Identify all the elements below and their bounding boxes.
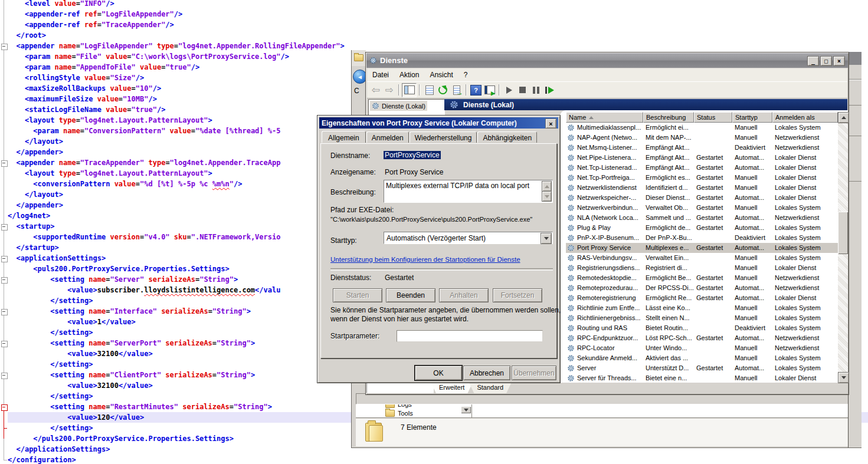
- vertical-scrollbar[interactable]: [838, 112, 848, 382]
- service-row[interactable]: Remotedesktopdie...Ermöglicht Be...Gesta…: [566, 273, 838, 283]
- service-row[interactable]: RPC-Endpunktzuor...Löst RPC-Sch...Gestar…: [566, 333, 838, 343]
- combo-drop-button[interactable]: [541, 233, 552, 244]
- dialog-tab-anmelden[interactable]: Anmelden: [366, 131, 409, 144]
- desc-scroll-down-button[interactable]: [542, 191, 552, 202]
- menu-item-[interactable]: ?: [458, 70, 473, 80]
- tree-folder-item[interactable]: Tools: [385, 410, 413, 417]
- help-button[interactable]: ?: [469, 84, 483, 97]
- service-row[interactable]: Remoteprozedurau...Der RPCSS-Di...Gestar…: [566, 283, 838, 293]
- service-row[interactable]: Net.Tcp-Portfreiga...Ermöglicht es...Ges…: [566, 173, 838, 183]
- dialog-tab-allgemein[interactable]: Allgemein: [322, 131, 366, 144]
- startup-type-combobox[interactable]: Automatisch (Verzögerter Start): [384, 232, 553, 244]
- column-header-name[interactable]: Name: [566, 112, 643, 123]
- service-row[interactable]: Plug & PlayErmöglicht de...GestartetAuto…: [566, 223, 838, 233]
- tree-folder-item[interactable]: Logs: [385, 404, 412, 408]
- service-gear-icon: [567, 144, 575, 152]
- fold-collapse-box[interactable]: [1, 373, 8, 379]
- show-console-tree-button[interactable]: [402, 83, 417, 97]
- dialog-titlebar[interactable]: Eigenschaften von Port Proxy Service (Lo…: [319, 117, 558, 129]
- menu-item-aktion[interactable]: Aktion: [394, 70, 424, 80]
- start-parameter-input[interactable]: [397, 330, 543, 342]
- minimize-button[interactable]: _: [807, 56, 819, 66]
- service-row[interactable]: PnP-X-IP-Busenum...Der PnP-X-Bu...Deakti…: [566, 233, 838, 243]
- service-row[interactable]: Multimediaklassenpl...Ermöglicht ei...Ma…: [566, 123, 838, 133]
- service-row[interactable]: Net.Msmq-Listener...Empfängt Akt...Deakt…: [566, 143, 838, 153]
- service-row[interactable]: NAP-Agent (Netwo...Mit dem NAP-...Manuel…: [566, 133, 838, 143]
- cell-logon: Lokaler Dienst: [772, 293, 838, 303]
- close-button[interactable]: ×: [833, 56, 845, 66]
- startup-options-help-link[interactable]: Unterstützung beim Konfigurieren der Sta…: [330, 256, 520, 263]
- fold-collapse-box[interactable]: [1, 44, 8, 50]
- beenden-button[interactable]: Beenden: [386, 288, 435, 302]
- description-box[interactable]: Multiplexes external TCP/IP data on loca…: [384, 180, 553, 203]
- fold-collapse-box[interactable]: [1, 309, 8, 315]
- fold-collapse-box-active[interactable]: [1, 404, 8, 411]
- fold-collapse-box[interactable]: [1, 277, 8, 284]
- scrollbar-thumb[interactable]: [838, 212, 848, 254]
- service-row[interactable]: Richtlinie zum Entfe...Lässt eine Ko...M…: [566, 303, 838, 313]
- forward-button[interactable]: ⇨: [382, 84, 396, 97]
- service-row[interactable]: Net.Pipe-Listenera...Empfängt Akt...Gest…: [566, 153, 838, 163]
- service-row[interactable]: Sekundäre Anmeld...Aktiviert das ...Manu…: [566, 353, 838, 363]
- desc-scroll-up-button[interactable]: [542, 181, 552, 192]
- menu-item-datei[interactable]: Datei: [367, 70, 394, 80]
- refresh-icon: [438, 85, 447, 94]
- service-row[interactable]: NLA (Network Loca...Sammelt und ...Gesta…: [566, 213, 838, 223]
- tree-item-dienste-lokal[interactable]: Dienste (Lokal): [370, 101, 427, 111]
- explorer-address-fragment: C: [354, 87, 359, 95]
- properties-button[interactable]: [422, 84, 436, 97]
- service-row[interactable]: Port Proxy ServiceMultiplexes e...Gestar…: [566, 243, 838, 253]
- explorer-back-button[interactable]: ◄: [353, 70, 366, 84]
- service-row[interactable]: Netzwerkverbindun...Verwaltet Ob...Gesta…: [566, 203, 838, 213]
- service-row[interactable]: RAS-Verbindungsv...Verwaltet Ein...Manue…: [566, 253, 838, 263]
- service-name-value[interactable]: PortProxyService: [384, 151, 441, 159]
- column-header-beschreibung[interactable]: Beschreibung: [643, 112, 694, 123]
- menu-item-ansicht[interactable]: Ansicht: [424, 70, 458, 80]
- dialog-tab-wiederherstellung[interactable]: Wiederherstellung: [410, 131, 477, 144]
- dialog-tab-abhngigkeiten[interactable]: Abhängigkeiten: [477, 131, 537, 144]
- fold-collapse-box[interactable]: [1, 341, 8, 347]
- dropdown-button[interactable]: [461, 406, 471, 413]
- service-row[interactable]: Net.Tcp-Listenerad...Empfängt Akt...Gest…: [566, 163, 838, 173]
- column-header-anmeldenals[interactable]: Anmelden als: [772, 112, 838, 123]
- column-header-status[interactable]: Status: [694, 112, 732, 123]
- service-row[interactable]: Routing und RASBietet Routin...Deaktivie…: [566, 323, 838, 333]
- restart-service-button[interactable]: [543, 84, 556, 97]
- cell-startup: Automat...: [732, 223, 772, 233]
- export-list-button[interactable]: →: [450, 84, 463, 97]
- service-row[interactable]: Richtlinienergebniss...Stellt einen N...…: [566, 313, 838, 323]
- service-gear-icon: [567, 254, 575, 262]
- fold-collapse-box[interactable]: [1, 224, 8, 231]
- start-service-button[interactable]: [502, 84, 516, 97]
- column-header-starttyp[interactable]: Starttyp: [732, 112, 772, 123]
- services-titlebar[interactable]: Dienste _ □ ×: [366, 53, 848, 68]
- exe-path-value: "C:\work\ais\puls200.PortProxyService\pu…: [330, 216, 532, 223]
- service-row[interactable]: ServerUnterstützt D...GestartetAutomat..…: [566, 363, 838, 373]
- cell-name: Net.Tcp-Portfreiga...: [566, 173, 643, 183]
- action-pane-button[interactable]: ▶: [483, 84, 496, 97]
- pause-service-button[interactable]: [529, 84, 543, 97]
- tab-erweitert[interactable]: Erweitert: [431, 382, 473, 393]
- abbrechen-button[interactable]: Abbrechen: [463, 366, 510, 380]
- service-row[interactable]: Registrierungsdiens...Registriert di...M…: [566, 263, 838, 273]
- back-button[interactable]: ⇦: [369, 84, 382, 97]
- scroll-down-button[interactable]: [838, 372, 849, 383]
- cell-name: Netzwerkspeicher-...: [566, 193, 643, 203]
- refresh-button[interactable]: [436, 84, 450, 97]
- service-row[interactable]: Netzwerkspeicher-...Dieser Dienst...Gest…: [566, 193, 838, 203]
- service-row[interactable]: RemoteregistrierungErmöglicht Re...Gesta…: [566, 293, 838, 303]
- cell-status: Gestartet: [694, 153, 732, 163]
- stop-service-button[interactable]: [516, 84, 529, 97]
- scroll-up-button[interactable]: [838, 112, 849, 123]
- ok-button[interactable]: OK: [415, 366, 462, 380]
- code-fold-margin[interactable]: [0, 0, 8, 464]
- service-row[interactable]: Server für Threads...Bietet eine n...Man…: [566, 373, 838, 383]
- service-row[interactable]: NetzwerklistendienstIdentifiziert d...Ge…: [566, 183, 838, 193]
- fold-collapse-box[interactable]: [1, 160, 8, 167]
- maximize-button[interactable]: □: [820, 56, 832, 66]
- code-line: <appender name="LogFileAppender" type="l…: [8, 41, 868, 51]
- service-row[interactable]: RPC-LocatorUnter Windo...ManuellNetzwerk…: [566, 343, 838, 353]
- fold-collapse-box[interactable]: [1, 256, 8, 262]
- tab-standard[interactable]: Standard: [469, 382, 512, 393]
- dialog-close-button[interactable]: ×: [545, 119, 556, 129]
